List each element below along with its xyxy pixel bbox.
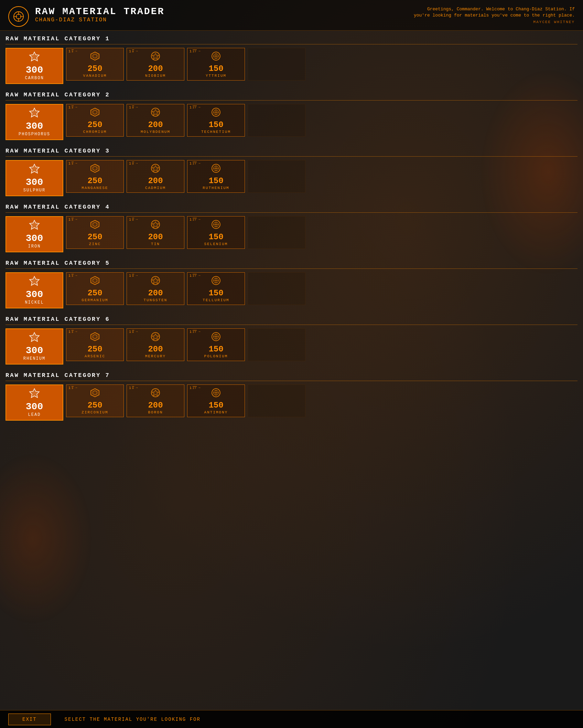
material-lead[interactable]: 300LEAD (6, 384, 63, 421)
material-quantity: 300 (26, 122, 43, 131)
header-greeting: Greetings, Commander. Welcome to Chang-D… (410, 6, 575, 19)
material-rhenium[interactable]: 300RHENIUM (6, 328, 63, 365)
ratio-badge: 127→ (190, 50, 201, 53)
exit-button[interactable]: EXIT (8, 714, 51, 725)
material-sulphur[interactable]: 300SULPHUR (6, 160, 63, 196)
material-icon-technetium (210, 107, 222, 119)
category-7-items: 300LEAD13→ 250ZIRCONIUM19→ 200BORON127→ … (6, 384, 577, 421)
ratio-badge: 127→ (190, 218, 201, 222)
material-quantity: 200 (148, 233, 163, 241)
category-7-title: RAW MATERIAL CATEGORY 7 (6, 367, 577, 381)
material-chromium[interactable]: 13→ 250CHROMIUM (66, 104, 124, 137)
header-sub-title: CHANG-DIAZ STATION (35, 17, 410, 23)
material-quantity: 300 (26, 178, 43, 187)
material-technetium[interactable]: 127→ 150TECHNETIUM (187, 104, 245, 137)
material-empty-3-5 (248, 160, 305, 193)
ratio-badge: 19→ (129, 330, 138, 334)
material-name: RUTHENIUM (203, 186, 229, 190)
category-2-title: RAW MATERIAL CATEGORY 2 (6, 87, 577, 101)
material-carbon[interactable]: 300CARBON (6, 48, 63, 84)
material-zinc[interactable]: 13→ 250ZINC (66, 216, 124, 249)
ratio-badge: 127→ (190, 162, 201, 166)
category-4: RAW MATERIAL CATEGORY 4 300IRON13→ 250ZI… (6, 199, 577, 252)
material-name: BORON (148, 410, 163, 414)
material-tungsten[interactable]: 19→ 200TUNGSTEN (127, 272, 184, 305)
material-name: VANADIUM (83, 74, 107, 78)
category-4-title: RAW MATERIAL CATEGORY 4 (6, 199, 577, 213)
header-main-title: RAW MATERIAL TRADER (35, 6, 410, 17)
material-icon-polonium (210, 331, 222, 344)
material-icon-germanium (89, 275, 100, 288)
material-empty-1-5 (248, 48, 305, 81)
header-right: Greetings, Commander. Welcome to Chang-D… (410, 6, 575, 24)
material-icon-chromium (89, 107, 100, 119)
material-icon-antimony (210, 387, 222, 400)
category-1-title: RAW MATERIAL CATEGORY 1 (6, 31, 577, 44)
material-ruthenium[interactable]: 127→ 150RUTHENIUM (187, 160, 245, 193)
material-icon-mercury (150, 331, 161, 344)
material-quantity: 200 (148, 65, 163, 73)
logo (8, 6, 29, 27)
material-quantity: 250 (87, 177, 102, 185)
svg-marker-52 (91, 333, 99, 341)
material-mercury[interactable]: 19→ 200MERCURY (127, 328, 184, 361)
material-name: MANGANESE (82, 186, 108, 190)
material-phosphorus[interactable]: 300PHOSPHORUS (6, 104, 63, 140)
material-quantity: 250 (87, 289, 102, 297)
svg-marker-7 (91, 52, 99, 60)
material-antimony[interactable]: 127→ 150ANTIMONY (187, 384, 245, 417)
material-zirconium[interactable]: 13→ 250ZIRCONIUM (66, 384, 124, 417)
material-boron[interactable]: 19→ 200BORON (127, 384, 184, 417)
material-nickel[interactable]: 300NICKEL (6, 272, 63, 308)
header-npc: MAYCEE WHITNEY (533, 20, 575, 24)
material-name: YTTRIUM (206, 74, 226, 78)
material-name: TUNGSTEN (144, 298, 168, 302)
material-manganese[interactable]: 13→ 250MANGANESE (66, 160, 124, 193)
material-quantity: 150 (208, 289, 223, 297)
material-name: LEAD (28, 412, 41, 417)
category-1-items: 300CARBON13→ 250VANADIUM19→ 200NIOBIUM12… (6, 48, 577, 84)
material-name: CHROMIUM (83, 130, 107, 134)
svg-marker-60 (30, 389, 39, 398)
material-name: MERCURY (145, 354, 166, 358)
material-quantity: 200 (148, 401, 163, 410)
material-iron[interactable]: 300IRON (6, 216, 63, 252)
material-yttrium[interactable]: 127→ 150YTTRIUM (187, 48, 245, 81)
material-germanium[interactable]: 13→ 250GERMANIUM (66, 272, 124, 305)
material-selenium[interactable]: 127→ 150SELENIUM (187, 216, 245, 249)
material-tellurium[interactable]: 127→ 150TELLURIUM (187, 272, 245, 305)
material-arsenic[interactable]: 13→ 250ARSENIC (66, 328, 124, 361)
svg-marker-16 (91, 108, 99, 116)
material-name: RHENIUM (23, 356, 45, 361)
material-polonium[interactable]: 127→ 150POLONIUM (187, 328, 245, 361)
category-5: RAW MATERIAL CATEGORY 5 300NICKEL13→ 250… (6, 255, 577, 308)
ratio-badge: 127→ (190, 106, 201, 109)
material-name: ZINC (89, 242, 101, 246)
material-tin[interactable]: 19→ 200TIN (127, 216, 184, 249)
material-vanadium[interactable]: 13→ 250VANADIUM (66, 48, 124, 81)
svg-marker-51 (30, 333, 39, 341)
material-quantity: 200 (148, 345, 163, 354)
material-name: PHOSPHORUS (19, 132, 50, 137)
material-empty-5-5 (248, 272, 305, 305)
material-icon-iron (29, 220, 40, 232)
material-quantity: 250 (87, 65, 102, 73)
ratio-badge: 19→ (129, 386, 138, 390)
material-molybdenum[interactable]: 19→ 200MOLYBDENUM (127, 104, 184, 137)
category-6-title: RAW MATERIAL CATEGORY 6 (6, 311, 577, 325)
material-icon-niobium (150, 51, 161, 63)
material-name: ANTIMONY (204, 410, 228, 414)
svg-marker-15 (30, 108, 39, 117)
material-icon-phosphorus (29, 107, 40, 120)
material-name: NICKEL (25, 300, 44, 305)
material-icon-tin (150, 219, 161, 232)
material-niobium[interactable]: 19→ 200NIOBIUM (127, 48, 184, 81)
material-name: ZIRCONIUM (82, 410, 108, 414)
bg-decoration-left (0, 453, 93, 625)
material-quantity: 200 (148, 289, 163, 297)
material-icon-tungsten (150, 275, 161, 288)
ratio-badge: 19→ (129, 274, 138, 278)
ratio-badge: 13→ (68, 386, 77, 390)
svg-marker-43 (91, 276, 99, 285)
material-cadmium[interactable]: 19→ 200CADMIUM (127, 160, 184, 193)
